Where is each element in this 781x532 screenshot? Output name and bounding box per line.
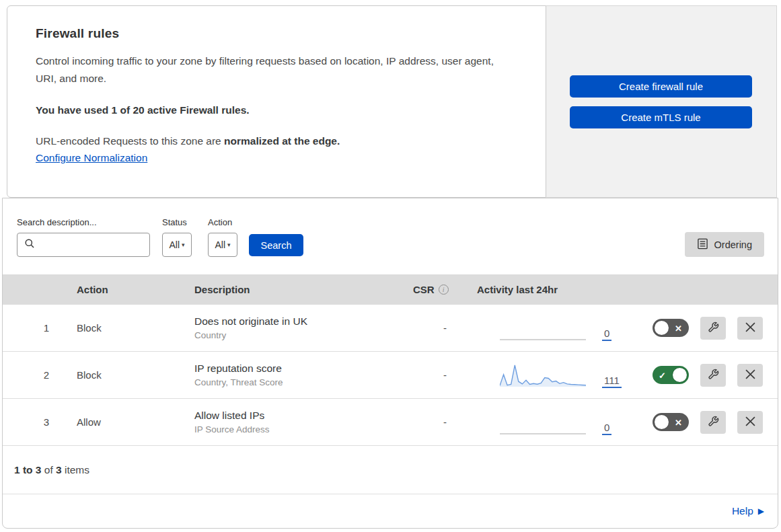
rule-priority: 1 — [3, 322, 77, 334]
activity-column-header: Activity last 24hr — [477, 284, 622, 295]
rule-priority: 2 — [3, 369, 77, 381]
list-icon — [697, 238, 708, 252]
rule-action: Block — [77, 322, 194, 334]
rule-activity-cell: 0 — [477, 409, 622, 436]
info-icon[interactable]: i — [439, 284, 449, 295]
rule-csr: - — [413, 369, 477, 381]
ordering-label: Ordering — [714, 239, 752, 250]
rule-description: Allow listed IPs — [194, 410, 413, 422]
search-field: Search description... — [17, 217, 150, 257]
rule-fields: Country, Threat Score — [194, 377, 413, 387]
activity-sparkline — [500, 409, 586, 436]
page-title: Firewall rules — [36, 26, 517, 41]
configure-normalization-link[interactable]: Configure Normalization — [36, 152, 147, 163]
action-label: Action — [208, 217, 237, 227]
search-input[interactable] — [17, 233, 150, 257]
action-field: Action All▾ — [208, 217, 237, 257]
toggle-knob — [655, 415, 669, 429]
wrench-icon — [708, 416, 719, 429]
edit-rule-button[interactable] — [700, 364, 726, 387]
rule-priority: 3 — [3, 416, 77, 428]
action-dropdown[interactable]: All▾ — [208, 233, 237, 257]
help-link[interactable]: Help▶ — [732, 505, 764, 517]
activity-count-link[interactable]: 111 — [602, 375, 622, 388]
rule-fields: Country — [194, 330, 413, 340]
header-row: Firewall rules Control incoming traffic … — [7, 5, 777, 198]
close-icon — [745, 322, 755, 334]
item-range: 1 to 3 — [14, 464, 41, 476]
table-row: 3 Allow Allow listed IPs IP Source Addre… — [3, 399, 778, 446]
delete-rule-button[interactable] — [737, 364, 763, 387]
action-column-header: Action — [77, 284, 194, 295]
rule-fields: IP Source Address — [194, 424, 413, 434]
action-value: All — [215, 239, 225, 250]
chevron-down-icon: ▾ — [227, 241, 231, 248]
ordering-button[interactable]: Ordering — [685, 232, 764, 257]
delete-rule-button[interactable] — [737, 317, 763, 340]
firewall-rules-card: Search description... Status All▾ Action… — [2, 198, 778, 529]
rule-enable-toggle[interactable]: ✓ ✕ — [653, 319, 689, 337]
rule-controls: ✓ ✕ — [622, 411, 778, 434]
csr-column-header: CSRi — [413, 284, 477, 295]
rule-description-cell: Does not originate in UK Country — [194, 315, 413, 340]
toggle-knob — [655, 321, 669, 335]
rule-csr: - — [413, 416, 477, 428]
activity-sparkline — [500, 362, 586, 389]
cta-panel: Create firewall rule Create mTLS rule — [546, 5, 777, 198]
activity-count-link[interactable]: 0 — [602, 422, 611, 435]
delete-rule-button[interactable] — [737, 411, 763, 434]
status-value: All — [169, 239, 180, 250]
rule-controls: ✓ ✕ — [622, 317, 778, 340]
rule-action: Block — [77, 369, 194, 381]
search-button[interactable]: Search — [249, 234, 303, 256]
rule-activity-cell: 111 — [477, 362, 622, 389]
normalization-note: URL-encoded Requests to this zone are no… — [36, 135, 517, 147]
rule-csr: - — [413, 322, 477, 334]
search-input-field[interactable] — [35, 233, 149, 256]
rule-description: IP reputation score — [194, 363, 413, 375]
pagination-summary: 1 to 3 of 3 items — [3, 446, 778, 494]
search-icon — [24, 238, 35, 252]
status-label: Status — [162, 217, 192, 227]
rule-enable-toggle[interactable]: ✓ ✕ — [653, 413, 689, 431]
wrench-icon — [708, 321, 719, 335]
usage-summary: You have used 1 of 20 active Firewall ru… — [36, 104, 517, 116]
normalization-bold-text: normalized at the edge. — [224, 135, 340, 147]
filter-toolbar: Search description... Status All▾ Action… — [3, 198, 778, 274]
help-bar: Help▶ — [3, 494, 778, 528]
x-icon: ✕ — [675, 324, 682, 332]
create-mtls-rule-button[interactable]: Create mTLS rule — [570, 106, 752, 128]
edit-rule-button[interactable] — [700, 317, 726, 340]
rule-enable-toggle[interactable]: ✓ ✕ — [653, 366, 689, 384]
rule-action: Allow — [77, 416, 194, 428]
table-row: 1 Block Does not originate in UK Country… — [3, 305, 778, 352]
activity-count-link[interactable]: 0 — [602, 328, 611, 341]
edit-rule-button[interactable] — [700, 411, 726, 434]
wrench-icon — [708, 369, 719, 382]
description-column-header: Description — [194, 284, 413, 295]
chevron-right-icon: ▶ — [758, 506, 764, 516]
table-header: Action Description CSRi Activity last 24… — [3, 274, 778, 305]
page-description: Control incoming traffic to your zone by… — [36, 52, 515, 87]
check-icon: ✓ — [659, 371, 666, 379]
table-row: 2 Block IP reputation score Country, Thr… — [3, 352, 778, 399]
item-total: 3 — [56, 464, 62, 476]
status-field: Status All▾ — [162, 217, 192, 257]
rule-controls: ✓ ✕ — [622, 364, 778, 387]
activity-sparkline — [500, 315, 586, 342]
normalization-text: URL-encoded Requests to this zone are — [36, 135, 224, 147]
intro-card: Firewall rules Control incoming traffic … — [7, 5, 546, 198]
close-icon — [745, 416, 755, 428]
status-dropdown[interactable]: All▾ — [162, 233, 192, 257]
rule-description-cell: Allow listed IPs IP Source Address — [194, 410, 413, 434]
create-firewall-rule-button[interactable]: Create firewall rule — [570, 75, 752, 98]
rule-description: Does not originate in UK — [194, 315, 413, 328]
search-label: Search description... — [17, 217, 150, 227]
rule-activity-cell: 0 — [477, 315, 622, 342]
chevron-down-icon: ▾ — [182, 241, 185, 248]
x-icon: ✕ — [675, 418, 682, 426]
close-icon — [745, 369, 755, 381]
toggle-knob — [673, 368, 687, 382]
rule-description-cell: IP reputation score Country, Threat Scor… — [194, 363, 413, 387]
